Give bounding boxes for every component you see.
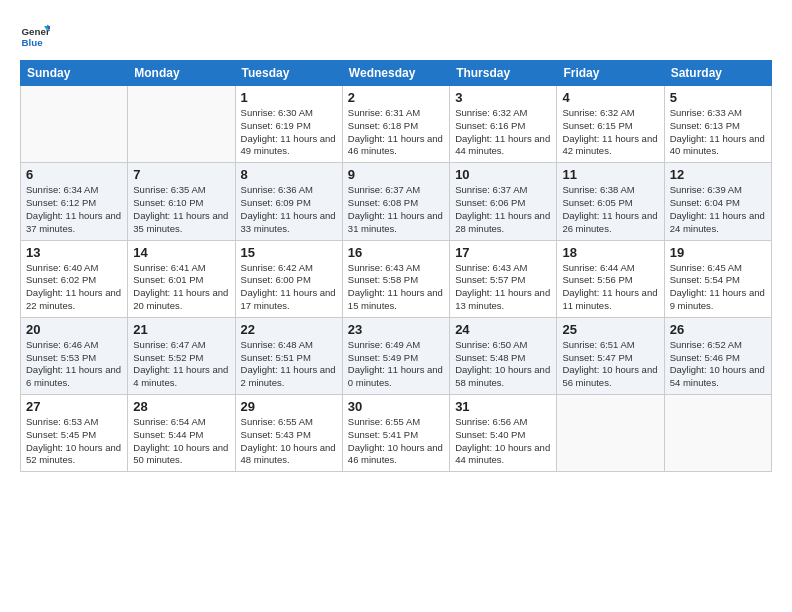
week-row-1: 1Sunrise: 6:30 AM Sunset: 6:19 PM Daylig… bbox=[21, 86, 772, 163]
day-info: Sunrise: 6:32 AM Sunset: 6:16 PM Dayligh… bbox=[455, 107, 551, 158]
day-cell bbox=[557, 395, 664, 472]
day-info: Sunrise: 6:36 AM Sunset: 6:09 PM Dayligh… bbox=[241, 184, 337, 235]
day-number: 11 bbox=[562, 167, 658, 182]
day-cell: 21Sunrise: 6:47 AM Sunset: 5:52 PM Dayli… bbox=[128, 317, 235, 394]
day-number: 26 bbox=[670, 322, 766, 337]
day-cell bbox=[21, 86, 128, 163]
day-cell: 3Sunrise: 6:32 AM Sunset: 6:16 PM Daylig… bbox=[450, 86, 557, 163]
week-row-2: 6Sunrise: 6:34 AM Sunset: 6:12 PM Daylig… bbox=[21, 163, 772, 240]
day-info: Sunrise: 6:44 AM Sunset: 5:56 PM Dayligh… bbox=[562, 262, 658, 313]
day-number: 15 bbox=[241, 245, 337, 260]
column-header-saturday: Saturday bbox=[664, 61, 771, 86]
day-info: Sunrise: 6:39 AM Sunset: 6:04 PM Dayligh… bbox=[670, 184, 766, 235]
day-cell: 22Sunrise: 6:48 AM Sunset: 5:51 PM Dayli… bbox=[235, 317, 342, 394]
day-cell bbox=[128, 86, 235, 163]
day-cell: 16Sunrise: 6:43 AM Sunset: 5:58 PM Dayli… bbox=[342, 240, 449, 317]
day-info: Sunrise: 6:43 AM Sunset: 5:57 PM Dayligh… bbox=[455, 262, 551, 313]
day-number: 27 bbox=[26, 399, 122, 414]
day-info: Sunrise: 6:53 AM Sunset: 5:45 PM Dayligh… bbox=[26, 416, 122, 467]
day-number: 2 bbox=[348, 90, 444, 105]
day-cell: 6Sunrise: 6:34 AM Sunset: 6:12 PM Daylig… bbox=[21, 163, 128, 240]
day-info: Sunrise: 6:52 AM Sunset: 5:46 PM Dayligh… bbox=[670, 339, 766, 390]
day-info: Sunrise: 6:32 AM Sunset: 6:15 PM Dayligh… bbox=[562, 107, 658, 158]
day-number: 16 bbox=[348, 245, 444, 260]
page: General Blue SundayMondayTuesdayWednesda… bbox=[0, 0, 792, 612]
week-row-4: 20Sunrise: 6:46 AM Sunset: 5:53 PM Dayli… bbox=[21, 317, 772, 394]
day-number: 1 bbox=[241, 90, 337, 105]
day-number: 10 bbox=[455, 167, 551, 182]
day-cell: 30Sunrise: 6:55 AM Sunset: 5:41 PM Dayli… bbox=[342, 395, 449, 472]
day-number: 29 bbox=[241, 399, 337, 414]
day-info: Sunrise: 6:51 AM Sunset: 5:47 PM Dayligh… bbox=[562, 339, 658, 390]
day-info: Sunrise: 6:55 AM Sunset: 5:41 PM Dayligh… bbox=[348, 416, 444, 467]
calendar: SundayMondayTuesdayWednesdayThursdayFrid… bbox=[20, 60, 772, 472]
day-info: Sunrise: 6:41 AM Sunset: 6:01 PM Dayligh… bbox=[133, 262, 229, 313]
column-header-wednesday: Wednesday bbox=[342, 61, 449, 86]
day-info: Sunrise: 6:45 AM Sunset: 5:54 PM Dayligh… bbox=[670, 262, 766, 313]
day-number: 30 bbox=[348, 399, 444, 414]
day-cell: 19Sunrise: 6:45 AM Sunset: 5:54 PM Dayli… bbox=[664, 240, 771, 317]
day-info: Sunrise: 6:37 AM Sunset: 6:06 PM Dayligh… bbox=[455, 184, 551, 235]
day-number: 5 bbox=[670, 90, 766, 105]
day-cell: 24Sunrise: 6:50 AM Sunset: 5:48 PM Dayli… bbox=[450, 317, 557, 394]
logo-icon: General Blue bbox=[20, 20, 50, 50]
day-number: 17 bbox=[455, 245, 551, 260]
day-cell: 31Sunrise: 6:56 AM Sunset: 5:40 PM Dayli… bbox=[450, 395, 557, 472]
day-cell: 27Sunrise: 6:53 AM Sunset: 5:45 PM Dayli… bbox=[21, 395, 128, 472]
day-cell: 29Sunrise: 6:55 AM Sunset: 5:43 PM Dayli… bbox=[235, 395, 342, 472]
day-cell: 10Sunrise: 6:37 AM Sunset: 6:06 PM Dayli… bbox=[450, 163, 557, 240]
day-cell: 9Sunrise: 6:37 AM Sunset: 6:08 PM Daylig… bbox=[342, 163, 449, 240]
day-cell: 11Sunrise: 6:38 AM Sunset: 6:05 PM Dayli… bbox=[557, 163, 664, 240]
day-number: 31 bbox=[455, 399, 551, 414]
day-cell: 20Sunrise: 6:46 AM Sunset: 5:53 PM Dayli… bbox=[21, 317, 128, 394]
day-info: Sunrise: 6:35 AM Sunset: 6:10 PM Dayligh… bbox=[133, 184, 229, 235]
calendar-header-row: SundayMondayTuesdayWednesdayThursdayFrid… bbox=[21, 61, 772, 86]
day-number: 4 bbox=[562, 90, 658, 105]
day-info: Sunrise: 6:50 AM Sunset: 5:48 PM Dayligh… bbox=[455, 339, 551, 390]
day-cell: 2Sunrise: 6:31 AM Sunset: 6:18 PM Daylig… bbox=[342, 86, 449, 163]
day-number: 8 bbox=[241, 167, 337, 182]
day-cell: 13Sunrise: 6:40 AM Sunset: 6:02 PM Dayli… bbox=[21, 240, 128, 317]
day-cell: 12Sunrise: 6:39 AM Sunset: 6:04 PM Dayli… bbox=[664, 163, 771, 240]
day-cell: 1Sunrise: 6:30 AM Sunset: 6:19 PM Daylig… bbox=[235, 86, 342, 163]
day-info: Sunrise: 6:43 AM Sunset: 5:58 PM Dayligh… bbox=[348, 262, 444, 313]
column-header-tuesday: Tuesday bbox=[235, 61, 342, 86]
column-header-sunday: Sunday bbox=[21, 61, 128, 86]
day-cell: 8Sunrise: 6:36 AM Sunset: 6:09 PM Daylig… bbox=[235, 163, 342, 240]
day-info: Sunrise: 6:37 AM Sunset: 6:08 PM Dayligh… bbox=[348, 184, 444, 235]
day-number: 23 bbox=[348, 322, 444, 337]
column-header-friday: Friday bbox=[557, 61, 664, 86]
day-number: 24 bbox=[455, 322, 551, 337]
day-number: 20 bbox=[26, 322, 122, 337]
day-number: 18 bbox=[562, 245, 658, 260]
column-header-thursday: Thursday bbox=[450, 61, 557, 86]
day-number: 28 bbox=[133, 399, 229, 414]
day-info: Sunrise: 6:48 AM Sunset: 5:51 PM Dayligh… bbox=[241, 339, 337, 390]
day-number: 19 bbox=[670, 245, 766, 260]
day-info: Sunrise: 6:56 AM Sunset: 5:40 PM Dayligh… bbox=[455, 416, 551, 467]
day-number: 25 bbox=[562, 322, 658, 337]
week-row-5: 27Sunrise: 6:53 AM Sunset: 5:45 PM Dayli… bbox=[21, 395, 772, 472]
day-cell: 18Sunrise: 6:44 AM Sunset: 5:56 PM Dayli… bbox=[557, 240, 664, 317]
day-info: Sunrise: 6:54 AM Sunset: 5:44 PM Dayligh… bbox=[133, 416, 229, 467]
day-info: Sunrise: 6:34 AM Sunset: 6:12 PM Dayligh… bbox=[26, 184, 122, 235]
day-cell: 14Sunrise: 6:41 AM Sunset: 6:01 PM Dayli… bbox=[128, 240, 235, 317]
day-cell: 5Sunrise: 6:33 AM Sunset: 6:13 PM Daylig… bbox=[664, 86, 771, 163]
week-row-3: 13Sunrise: 6:40 AM Sunset: 6:02 PM Dayli… bbox=[21, 240, 772, 317]
day-number: 7 bbox=[133, 167, 229, 182]
day-cell: 4Sunrise: 6:32 AM Sunset: 6:15 PM Daylig… bbox=[557, 86, 664, 163]
column-header-monday: Monday bbox=[128, 61, 235, 86]
day-info: Sunrise: 6:38 AM Sunset: 6:05 PM Dayligh… bbox=[562, 184, 658, 235]
day-info: Sunrise: 6:40 AM Sunset: 6:02 PM Dayligh… bbox=[26, 262, 122, 313]
logo: General Blue bbox=[20, 20, 50, 50]
day-info: Sunrise: 6:42 AM Sunset: 6:00 PM Dayligh… bbox=[241, 262, 337, 313]
day-number: 14 bbox=[133, 245, 229, 260]
day-info: Sunrise: 6:30 AM Sunset: 6:19 PM Dayligh… bbox=[241, 107, 337, 158]
day-number: 6 bbox=[26, 167, 122, 182]
day-info: Sunrise: 6:47 AM Sunset: 5:52 PM Dayligh… bbox=[133, 339, 229, 390]
day-info: Sunrise: 6:46 AM Sunset: 5:53 PM Dayligh… bbox=[26, 339, 122, 390]
day-cell: 28Sunrise: 6:54 AM Sunset: 5:44 PM Dayli… bbox=[128, 395, 235, 472]
day-info: Sunrise: 6:33 AM Sunset: 6:13 PM Dayligh… bbox=[670, 107, 766, 158]
day-number: 22 bbox=[241, 322, 337, 337]
day-number: 21 bbox=[133, 322, 229, 337]
